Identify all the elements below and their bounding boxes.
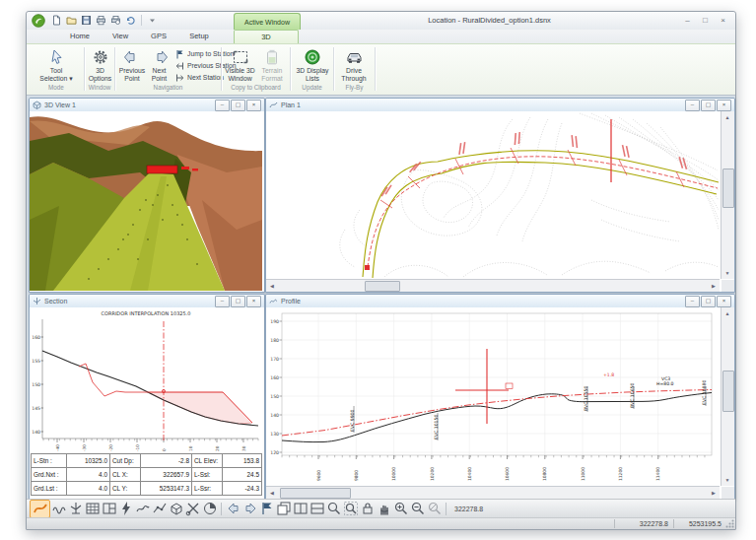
section-table-label: Cut Dp: — [110, 454, 141, 468]
new-file-icon[interactable] — [50, 14, 63, 27]
profile-tool-icon[interactable] — [50, 501, 67, 517]
close-button[interactable]: × — [715, 14, 731, 27]
tab-gps[interactable]: GPS — [141, 30, 176, 43]
cascade-windows-icon[interactable] — [275, 501, 292, 517]
next-station-button[interactable]: Next Station — [175, 72, 224, 83]
previous-point-button[interactable]: Previous Point — [118, 46, 146, 83]
zoom-lock-icon[interactable] — [359, 501, 376, 517]
section-tool-icon[interactable] — [67, 501, 84, 517]
section-table-value: -2.8 — [141, 454, 192, 468]
zoom-extents-icon[interactable] — [342, 501, 359, 517]
next-arrow-icon[interactable] — [241, 501, 258, 517]
plan-vertical-scrollbar[interactable]: ▲ ▼ — [721, 111, 734, 279]
qat-dropdown-icon[interactable] — [146, 14, 159, 27]
station-flag-icon[interactable] — [258, 501, 275, 517]
resize-grip[interactable] — [725, 519, 734, 528]
panel-profile-titlebar[interactable]: Profile –▢× — [266, 295, 734, 308]
minimize-button[interactable]: – — [679, 14, 696, 27]
panel-section-titlebar[interactable]: Section –▢× — [30, 295, 264, 308]
drive-through-button[interactable]: Drive Through — [337, 46, 371, 83]
panel-close-button[interactable]: × — [246, 296, 261, 307]
3d-display-lists-button[interactable]: 3D Display Lists — [294, 46, 331, 83]
quick-edit-tool-icon[interactable] — [117, 501, 134, 517]
panel-minimize-button[interactable]: – — [215, 296, 230, 307]
cursor-coordinate: 322278.8 — [454, 506, 483, 512]
panel-restore-button[interactable]: ▢ — [701, 296, 716, 307]
tools-tool-icon[interactable] — [184, 501, 201, 517]
app-logo-icon[interactable] — [32, 14, 45, 28]
panel-close-button[interactable]: × — [717, 100, 731, 111]
zoom-icon[interactable] — [325, 501, 342, 517]
plan-horizontal-scrollbar[interactable]: ◀ ▶ — [266, 279, 720, 292]
tab-home[interactable]: Home — [60, 30, 100, 43]
3d-options-button[interactable]: 3D Options — [87, 46, 113, 83]
section-icon — [33, 297, 41, 305]
scroll-thumb[interactable] — [365, 281, 400, 292]
open-folder-icon[interactable] — [65, 14, 78, 27]
pan-hand-icon[interactable] — [376, 501, 392, 517]
tab-view[interactable]: View — [102, 30, 139, 43]
plan-viewport[interactable]: ▲ ▼ ◀ ▶ — [266, 111, 734, 292]
scroll-thumb[interactable] — [280, 488, 351, 499]
active-window-tab[interactable]: Active Window — [234, 13, 301, 30]
scroll-right-arrow[interactable]: ▶ — [708, 280, 720, 291]
panel-close-button[interactable]: × — [246, 100, 261, 111]
template-tool-icon[interactable] — [151, 501, 168, 517]
ribbon-tab-bar: Home View GPS Setup 3D — [27, 30, 735, 43]
3d-viewport[interactable] — [30, 111, 264, 292]
panel-restore-button[interactable]: ▢ — [701, 100, 716, 111]
next-point-button[interactable]: Next Point — [147, 46, 172, 83]
panel-3d-view-titlebar[interactable]: 3D View 1 –▢× — [30, 99, 264, 112]
alignment-tool-icon[interactable] — [30, 500, 50, 518]
tool-selection-button[interactable]: Tool Selection ▾ — [34, 46, 79, 83]
scroll-up-arrow[interactable]: ▲ — [722, 111, 733, 123]
panel-minimize-button[interactable]: – — [685, 100, 700, 111]
scroll-down-arrow[interactable]: ▼ — [722, 474, 733, 486]
tile-horizontal-icon[interactable] — [309, 501, 325, 517]
profile-viewport[interactable]: 190180170160150140130120 960098001000010… — [266, 307, 734, 499]
chart-tick-label: -20 — [108, 444, 113, 451]
zoom-window-icon[interactable] — [426, 501, 443, 517]
scroll-down-arrow[interactable]: ▼ — [722, 267, 733, 279]
panel-minimize-button[interactable]: – — [215, 100, 230, 111]
button-label: Selection ▾ — [39, 75, 72, 83]
profile-vertical-scrollbar[interactable]: ▲ ▼ — [721, 307, 734, 486]
save-icon[interactable] — [80, 14, 93, 27]
section-viewport[interactable]: CORRIDOR INTERPOLATION 10325.0 160155150… — [30, 307, 264, 499]
curve-tool-icon[interactable] — [134, 501, 151, 517]
visible-3d-window-button[interactable]: Visible 3D Window — [225, 46, 255, 83]
chart-tick-label: 10 — [188, 445, 193, 451]
zoom-in-icon[interactable] — [392, 501, 409, 517]
layout-tool-icon[interactable] — [101, 501, 117, 517]
grid-tool-icon[interactable] — [84, 501, 101, 517]
group-label-mode: Mode — [29, 83, 84, 92]
terrain-format-button[interactable]: Terrain Format — [257, 46, 287, 83]
previous-arrow-icon[interactable] — [225, 501, 241, 517]
zoom-out-icon[interactable] — [409, 501, 426, 517]
tile-vertical-icon[interactable] — [292, 501, 309, 517]
profile-horizontal-scrollbar[interactable]: ◀ ▶ — [266, 486, 720, 499]
panel-restore-button[interactable]: ▢ — [231, 100, 245, 111]
panel-close-button[interactable]: × — [717, 296, 731, 307]
print-preview-icon[interactable] — [109, 14, 122, 27]
view3d-tool-icon[interactable] — [168, 501, 184, 517]
scroll-thumb[interactable] — [722, 169, 734, 208]
panel-restore-button[interactable]: ▢ — [231, 296, 245, 307]
profile-icon — [269, 297, 278, 305]
chart-tick-label: 140 — [270, 413, 279, 418]
undo-icon[interactable] — [124, 14, 137, 27]
plan-icon — [269, 101, 278, 109]
qat-separator — [141, 15, 142, 26]
maximize-button[interactable]: □ — [697, 14, 714, 27]
render-tool-icon[interactable] — [201, 501, 218, 517]
scroll-up-arrow[interactable]: ▲ — [722, 307, 733, 319]
scroll-left-arrow[interactable]: ◀ — [266, 487, 278, 498]
scroll-right-arrow[interactable]: ▶ — [708, 487, 720, 498]
panel-plan-titlebar[interactable]: Plan 1 –▢× — [266, 99, 734, 112]
print-icon[interactable] — [95, 14, 107, 27]
scroll-thumb[interactable] — [722, 371, 734, 412]
tab-setup[interactable]: Setup — [178, 30, 220, 43]
scroll-left-arrow[interactable]: ◀ — [266, 280, 278, 291]
tab-3d[interactable]: 3D — [234, 30, 299, 44]
panel-minimize-button[interactable]: – — [685, 296, 700, 307]
